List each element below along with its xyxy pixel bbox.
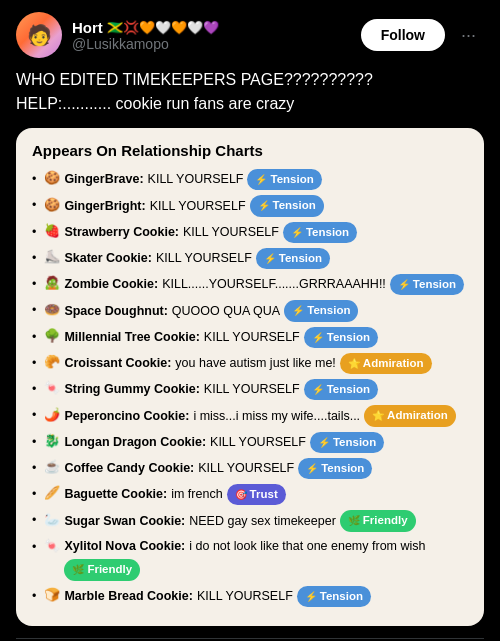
relationship-badge: 🌿 Friendly <box>340 510 416 531</box>
cookie-name: Sugar Swan Cookie: <box>64 512 185 531</box>
badge-icon: ⚡ <box>292 303 304 318</box>
name-emojis: 🇯🇲💢🧡🤍🧡🤍💜 <box>107 20 219 35</box>
list-item: 🍪 GingerBrave: KILL YOURSELF ⚡ Tension <box>32 169 468 190</box>
cookie-desc: i do not look like that one enemy from w… <box>189 537 425 556</box>
item-content: Skater Cookie: KILL YOURSELF ⚡ Tension <box>64 248 330 269</box>
list-item: ☕ Coffee Candy Cookie: KILL YOURSELF ⚡ T… <box>32 458 468 479</box>
tweet-text: WHO EDITED TIMEKEEPERS PAGE?????????? HE… <box>16 68 484 116</box>
cookie-name: Peperoncino Cookie: <box>64 407 189 426</box>
cookie-desc: NEED gay sex timekeeper <box>189 512 336 531</box>
cookie-icon: ⛸️ <box>44 249 60 265</box>
badge-icon: ⚡ <box>291 225 303 240</box>
badge-label: Tension <box>413 276 456 293</box>
list-item: 🍬 String Gummy Cookie: KILL YOURSELF ⚡ T… <box>32 379 468 400</box>
cookie-name: Marble Bread Cookie: <box>64 587 193 606</box>
relationship-list: 🍪 GingerBrave: KILL YOURSELF ⚡ Tension 🍪… <box>32 169 468 607</box>
list-item: 🥖 Baguette Cookie: im french 🎯 Trust <box>32 484 468 505</box>
cookie-name: GingerBrave: <box>64 170 143 189</box>
badge-icon: ⚡ <box>398 277 410 292</box>
badge-label: Tension <box>327 329 370 346</box>
item-content: Zombie Cookie: KILL......YOURSELF.......… <box>64 274 464 295</box>
badge-label: Friendly <box>363 512 408 529</box>
list-item: 🍓 Strawberry Cookie: KILL YOURSELF ⚡ Ten… <box>32 222 468 243</box>
cookie-icon: 🍬 <box>44 538 60 554</box>
item-content: Peperoncino Cookie: i miss...i miss my w… <box>64 405 455 426</box>
relationship-badge: ⚡ Tension <box>297 586 371 607</box>
badge-icon: ⚡ <box>255 172 267 187</box>
cookie-icon: 🍪 <box>44 196 60 212</box>
cookie-icon: ☕ <box>44 459 60 475</box>
list-item: 🌳 Millennial Tree Cookie: KILL YOURSELF … <box>32 327 468 348</box>
cookie-desc: KILL YOURSELF <box>204 380 300 399</box>
relationship-badge: ⚡ Tension <box>283 222 357 243</box>
cookie-desc: KILL YOURSELF <box>204 328 300 347</box>
relationship-badge: ⚡ Tension <box>250 195 324 216</box>
list-item: 🍩 Space Doughnut: QUOOO QUA QUA ⚡ Tensio… <box>32 300 468 321</box>
cookie-name: String Gummy Cookie: <box>64 380 199 399</box>
badge-icon: 🎯 <box>235 487 247 502</box>
cookie-icon: 🍓 <box>44 223 60 239</box>
item-content: Millennial Tree Cookie: KILL YOURSELF ⚡ … <box>64 327 378 348</box>
item-content: Coffee Candy Cookie: KILL YOURSELF ⚡ Ten… <box>64 458 372 479</box>
badge-label: Tension <box>333 434 376 451</box>
cookie-name: Space Doughnut: <box>64 302 167 321</box>
badge-label: Trust <box>250 486 278 503</box>
avatar[interactable]: 🧑 <box>16 12 62 58</box>
list-item: 🍞 Marble Bread Cookie: KILL YOURSELF ⚡ T… <box>32 586 468 607</box>
list-item: 🦢 Sugar Swan Cookie: NEED gay sex timeke… <box>32 510 468 531</box>
cookie-desc: KILL YOURSELF <box>148 170 244 189</box>
relationship-badge: ⚡ Tension <box>298 458 372 479</box>
relationship-badge: 🌿 Friendly <box>64 559 140 580</box>
cookie-name: GingerBright: <box>64 197 145 216</box>
cookie-name: Coffee Candy Cookie: <box>64 459 194 478</box>
relationship-badge: ⭐ Admiration <box>364 405 456 426</box>
list-item: 🥐 Croissant Cookie: you have autism just… <box>32 353 468 374</box>
cookie-desc: KILL YOURSELF <box>156 249 252 268</box>
cookie-icon: 🍬 <box>44 380 60 396</box>
relationship-badge: ⚡ Tension <box>247 169 321 190</box>
relationship-badge: ⚡ Tension <box>284 300 358 321</box>
cookie-icon: 🍪 <box>44 170 60 186</box>
list-item: 🌶️ Peperoncino Cookie: i miss...i miss m… <box>32 405 468 426</box>
cookie-desc: you have autism just like me! <box>175 354 336 373</box>
badge-label: Tension <box>270 171 313 188</box>
badge-icon: 🌿 <box>72 562 84 577</box>
username: @Lusikkamopo <box>72 36 219 52</box>
relationship-badge: 🎯 Trust <box>227 484 286 505</box>
badge-icon: ⭐ <box>372 408 384 423</box>
cookie-desc: KILL YOURSELF <box>210 433 306 452</box>
badge-icon: ⚡ <box>264 251 276 266</box>
cookie-desc: KILL......YOURSELF.......GRRRAAAHH!! <box>162 275 386 294</box>
follow-button[interactable]: Follow <box>361 19 445 51</box>
item-content: GingerBrave: KILL YOURSELF ⚡ Tension <box>64 169 321 190</box>
badge-icon: ⚡ <box>306 461 318 476</box>
item-content: Strawberry Cookie: KILL YOURSELF ⚡ Tensi… <box>64 222 357 243</box>
display-name: Hort 🇯🇲💢🧡🤍🧡🤍💜 <box>72 19 219 36</box>
badge-label: Tension <box>320 588 363 605</box>
badge-icon: ⚡ <box>258 198 270 213</box>
relationship-badge: ⚡ Tension <box>310 432 384 453</box>
cookie-icon: 🌳 <box>44 328 60 344</box>
item-content: Baguette Cookie: im french 🎯 Trust <box>64 484 285 505</box>
more-button[interactable]: ··· <box>453 21 484 50</box>
item-content: Longan Dragon Cookie: KILL YOURSELF ⚡ Te… <box>64 432 384 453</box>
relationship-badge: ⚡ Tension <box>304 379 378 400</box>
badge-label: Tension <box>327 381 370 398</box>
badge-label: Tension <box>307 302 350 319</box>
cookie-name: Millennial Tree Cookie: <box>64 328 199 347</box>
card-title: Appears On Relationship Charts <box>32 142 468 159</box>
cookie-desc: KILL YOURSELF <box>197 587 293 606</box>
cookie-icon: 🍩 <box>44 301 60 317</box>
relationship-card: Appears On Relationship Charts 🍪 GingerB… <box>16 128 484 626</box>
badge-icon: ⚡ <box>312 330 324 345</box>
cookie-icon: 🍞 <box>44 587 60 603</box>
badge-label: Admiration <box>363 355 424 372</box>
badge-icon: 🌿 <box>348 513 360 528</box>
cookie-desc: KILL YOURSELF <box>198 459 294 478</box>
badge-label: Admiration <box>387 407 448 424</box>
list-item: 🍬 Xylitol Nova Cookie: i do not look lik… <box>32 537 468 581</box>
item-content: GingerBright: KILL YOURSELF ⚡ Tension <box>64 195 323 216</box>
relationship-badge: ⚡ Tension <box>390 274 464 295</box>
cookie-desc: im french <box>171 485 222 504</box>
cookie-name: Zombie Cookie: <box>64 275 158 294</box>
